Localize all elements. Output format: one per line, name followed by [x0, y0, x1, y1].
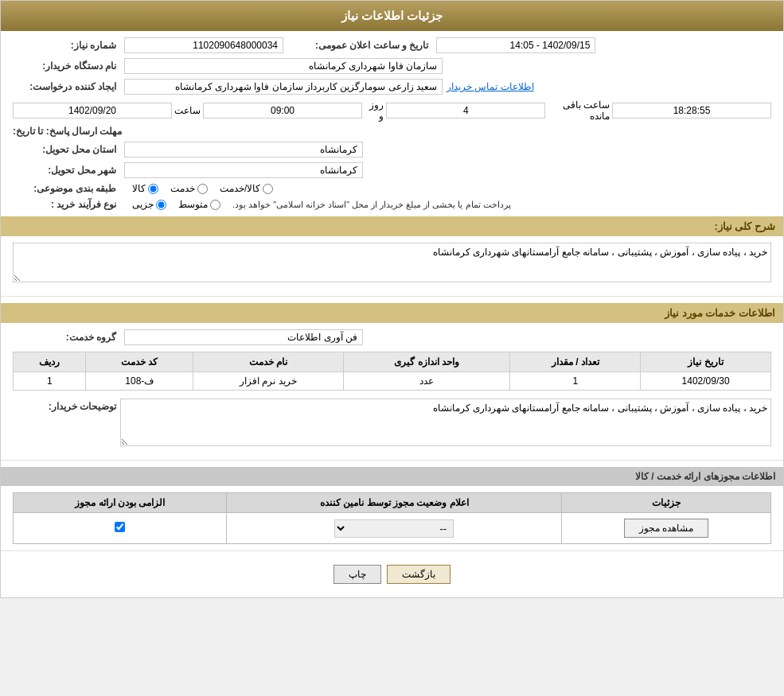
creator-label: ایجاد کننده درخواست: — [13, 81, 116, 92]
announcement-label: تاریخ و ساعت اعلان عمومی: — [315, 40, 428, 51]
service-code: ف-108 — [86, 372, 193, 391]
buyer-name-label: نام دستگاه خریدار: — [13, 60, 116, 72]
deadline-days-value: 4 — [386, 103, 545, 119]
perm-mandatory-checkbox[interactable] — [115, 522, 125, 532]
services-section-header: اطلاعات خدمات مورد نیاز — [1, 303, 783, 323]
perm-status-select[interactable]: -- — [334, 519, 454, 538]
city-value: کرمانشاه — [124, 162, 363, 178]
view-permit-button[interactable]: مشاهده مجوز — [624, 519, 708, 538]
purchase-radio-minor[interactable] — [156, 200, 166, 210]
col-deadline: تاریخ نیاز — [641, 352, 771, 372]
need-number-label: شماره نیاز: — [13, 40, 116, 51]
footer-buttons: بازگشت چاپ — [1, 551, 783, 597]
back-button[interactable]: بازگشت — [387, 565, 451, 584]
city-label: شهر محل تحویل: — [13, 165, 116, 176]
province-label: استان محل تحویل: — [13, 144, 116, 155]
purchase-type-medium-label: متوسط — [178, 199, 208, 210]
province-value: کرمانشاه — [124, 142, 363, 157]
category-kala-khidmat-label: کالا/خدمت — [220, 183, 260, 194]
permissions-table: جزئیات اعلام وضعیت مجوز توسط نامین کننده… — [13, 492, 771, 544]
services-table: تاریخ نیاز تعداد / مقدار واحد اندازه گیر… — [13, 352, 771, 391]
category-khidmat-label: خدمت — [170, 183, 195, 194]
need-number-value: 1102090648000034 — [124, 37, 283, 53]
col-service-code: کد خدمت — [86, 352, 193, 372]
purchase-type-minor: جزیی — [132, 199, 166, 210]
service-unit: عدد — [343, 372, 510, 391]
purchase-type-note: پرداخت تمام یا بخشی از مبلغ خریدار از مح… — [232, 200, 511, 210]
col-quantity: تعداد / مقدار — [510, 352, 641, 372]
category-kala-label: کالا — [132, 183, 146, 194]
deadline-remaining-label: ساعت باقی مانده — [548, 99, 610, 122]
perm-col-details: جزئیات — [562, 493, 771, 513]
service-group-label: گروه خدمت: — [13, 332, 116, 343]
purchase-type-label: نوع فرآیند خرید : — [13, 199, 116, 210]
service-group-value: فن آوری اطلاعات — [124, 329, 363, 345]
col-unit: واحد اندازه گیری — [343, 352, 510, 372]
purchase-type-medium: متوسط — [178, 199, 220, 210]
permissions-section-header: اطلاعات مجوزهای ارائه خدمت / کالا — [1, 467, 783, 486]
category-radio-kala-khidmat[interactable] — [263, 184, 273, 194]
col-service-name: نام خدمت — [193, 352, 344, 372]
creator-value: سعید زارعی سومارگزین کاربرداز سازمان فاو… — [124, 79, 443, 95]
page-title: جزئیات اطلاعات نیاز — [1, 1, 783, 31]
buyer-description-label: توضیحات خریدار: — [13, 399, 116, 412]
perm-details[interactable]: مشاهده مجوز — [562, 513, 771, 544]
needs-description-header: شرح کلی نیاز: — [1, 216, 783, 236]
purchase-type-minor-label: جزیی — [132, 199, 154, 210]
table-row: 1402/09/30 1 عدد خرید نرم افزار ف-108 1 — [14, 372, 771, 391]
perm-status[interactable]: -- — [227, 513, 562, 544]
table-row: مشاهده مجوز -- — [14, 513, 771, 544]
service-name: خرید نرم افزار — [193, 372, 344, 391]
deadline-days-label: روز و — [365, 99, 384, 122]
deadline-label: مهلت ارسال پاسخ: تا تاریخ: — [13, 126, 122, 137]
category-khidmat: خدمت — [170, 183, 208, 194]
announcement-value: 1402/09/15 - 14:05 — [436, 37, 595, 53]
category-radio-kala[interactable] — [148, 184, 158, 194]
service-deadline: 1402/09/30 — [641, 372, 771, 391]
buyer-name-value: سازمان فاوا شهرداری کرمانشاه — [124, 58, 443, 74]
purchase-radio-medium[interactable] — [210, 200, 220, 210]
deadline-time-label: ساعت — [174, 105, 201, 116]
category-kala-khidmat: کالا/خدمت — [220, 183, 273, 194]
category-kala: کالا — [132, 183, 158, 194]
needs-description-textarea[interactable] — [13, 243, 771, 282]
perm-col-status: اعلام وضعیت مجوز توسط نامین کننده — [227, 493, 562, 513]
print-button[interactable]: چاپ — [333, 565, 381, 584]
deadline-remaining-value: 18:28:55 — [612, 103, 771, 119]
col-row-number: ردیف — [14, 352, 86, 372]
deadline-time-value: 09:00 — [203, 103, 362, 119]
creator-link[interactable]: اطلاعات تماس خریدار — [447, 81, 534, 92]
perm-col-mandatory: الزامی بودن ارائه مجوز — [14, 493, 227, 513]
perm-mandatory — [14, 513, 227, 544]
deadline-date-value: 1402/09/20 — [13, 103, 172, 119]
category-radio-khidmat[interactable] — [197, 184, 208, 194]
service-quantity: 1 — [510, 372, 641, 391]
category-label: طبقه بندی موضوعی: — [13, 183, 116, 194]
service-row: 1 — [14, 372, 86, 391]
buyer-description-textarea[interactable] — [120, 399, 771, 446]
